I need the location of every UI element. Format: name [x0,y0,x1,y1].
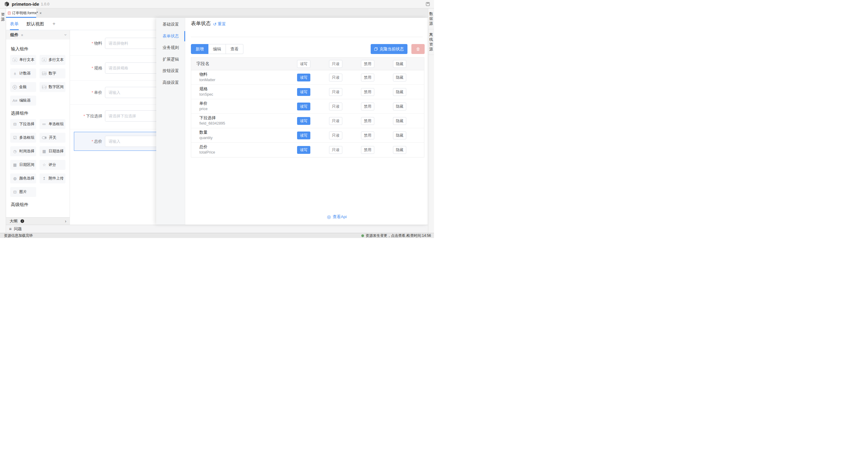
state-option-禁用-quantity[interactable]: 禁用 [361,131,374,139]
state-option-禁用-price[interactable]: 禁用 [361,102,374,110]
add-view-button[interactable]: + [53,21,56,27]
app-title: primeton-ide [12,1,39,7]
state-option-隐藏-totalPrice[interactable]: 隐藏 [393,146,406,154]
state-option-只读-field_68342895[interactable]: 只读 [329,117,342,125]
file-tab-title: 订单明细.formx* [12,10,38,16]
component-item-color-picker[interactable]: ◍颜色选择 [10,174,36,183]
problems-label: 问题 [14,226,22,232]
component-item-time-picker[interactable]: ◷时间选择 [10,146,36,156]
canvas-field-input-2[interactable] [105,62,156,73]
component-item-number[interactable]: 123数字 [39,68,65,79]
component-item-currency[interactable]: ¥金额 [10,82,36,92]
close-tab-icon[interactable]: × [39,11,42,16]
component-item-label: 颜色选择 [19,176,34,181]
component-section-title: 选择组件 [11,110,65,116]
right-strip-item[interactable]: 数据源 [428,8,434,29]
state-option-只读-totalPrice[interactable]: 只读 [329,146,342,154]
ide-window: primeton-ide 1.0.0 资源 数据源离线资源 订单明细.formx… [0,0,434,238]
state-option-隐藏-price[interactable]: 隐藏 [393,102,406,110]
component-item-rate[interactable]: ☆评分 [39,160,65,170]
problems-bar[interactable]: ≡ 问题 [6,225,428,233]
component-item-label: 图片 [19,189,27,195]
state-option-读写-tonMatter[interactable]: 读写 [297,73,310,82]
time-picker-icon: ◷ [13,149,17,153]
clone-current-state-button[interactable]: 克隆当前状态 [371,44,407,54]
status-message: 资源信息加载完毕 [4,233,33,238]
resource-change-notice[interactable]: 资源发生变更，点击查看,检查时间:14:56 [361,233,431,238]
clone-icon [374,47,378,51]
reset-button[interactable]: ↺ 重置 [213,22,226,27]
date-picker-icon: ▦ [42,149,46,153]
canvas-field-input-5[interactable] [105,136,156,147]
component-item-image[interactable]: ⊡图片 [10,187,36,197]
component-item-date-range[interactable]: ▦日期区间 [10,160,36,170]
state-option-隐藏-tonSpec[interactable]: 隐藏 [393,88,406,96]
component-item-single-line-text[interactable]: A单行文本 [10,55,36,65]
state-option-只读-tonSpec[interactable]: 只读 [329,88,342,96]
state-option-读写-field_68342895[interactable]: 读写 [297,117,310,125]
save-icon[interactable] [425,1,430,7]
state-option-读写-quantity[interactable]: 读写 [297,131,310,139]
drawer-nav-item-按钮设置[interactable]: 按钮设置 [156,68,185,73]
component-item-checkbox-group[interactable]: ☑多选框组 [10,133,36,143]
state-option-只读-quantity[interactable]: 只读 [329,131,342,139]
field-name-header: 字段名 [196,61,210,67]
state-option-只读-tonMatter[interactable]: 只读 [329,73,342,82]
component-item-label: 数字区间 [49,85,64,90]
header-state-option-读写[interactable]: 读写 [297,60,310,68]
state-option-隐藏-tonMatter[interactable]: 隐藏 [393,73,406,82]
view-api-link[interactable]: ◎ 查看Api [327,214,347,219]
number-range-icon: 1~3 [42,85,46,89]
state-option-隐藏-quantity[interactable]: 隐藏 [393,131,406,139]
header-state-option-禁用[interactable]: 禁用 [361,60,374,68]
component-item-date-picker[interactable]: ▦日期选择 [39,146,65,156]
component-item-dropdown-select[interactable]: ⊟下拉选择 [10,119,36,129]
right-strip-item[interactable]: 离线资源 [428,29,434,55]
state-option-读写-totalPrice[interactable]: 读写 [297,146,310,154]
state-option-读写-price[interactable]: 读写 [297,102,310,110]
state-option-只读-price[interactable]: 只读 [329,102,342,110]
canvas-field-input-1[interactable] [105,38,156,49]
component-item-radio-group[interactable]: ≔单选框组 [39,119,65,129]
header-state-option-隐藏[interactable]: 隐藏 [393,60,406,68]
component-item-counter[interactable]: ±计数器 [10,68,36,79]
drawer-nav-item-业务规则[interactable]: 业务规则 [156,45,185,50]
state-option-禁用-tonSpec[interactable]: 禁用 [361,88,374,96]
scrollbar-track[interactable] [427,18,427,225]
component-item-multi-line-text[interactable]: A多行文本 [39,55,65,65]
drawer-nav-item-表单状态[interactable]: 表单状态 [156,33,185,39]
field-name: 物料 [199,72,208,77]
field-code: tonMatter [199,78,215,82]
state-option-禁用-tonMatter[interactable]: 禁用 [361,73,374,82]
file-tab[interactable]: 订单明细.formx* × [6,8,36,18]
canvas-field-input-4[interactable] [105,110,156,122]
component-item-upload[interactable]: ↥附件上传 [39,174,65,183]
drawer-nav-item-高级设置[interactable]: 高级设置 [156,80,185,85]
component-item-editor[interactable]: A≡编辑器 [10,96,36,106]
delete-state-button[interactable] [411,44,425,54]
panel-menu-icon[interactable]: ≡ [21,33,23,37]
state-option-禁用-field_68342895[interactable]: 禁用 [361,117,374,125]
drawer-nav-item-扩展逻辑[interactable]: 扩展逻辑 [156,57,185,62]
component-item-label: 金额 [19,85,27,90]
header-state-option-只读[interactable]: 只读 [329,60,342,68]
mode-tab-新增[interactable]: 新增 [191,44,208,54]
state-option-读写-tonSpec[interactable]: 读写 [297,88,310,96]
mode-tab-编辑[interactable]: 编辑 [208,44,226,54]
state-option-禁用-totalPrice[interactable]: 禁用 [361,146,374,154]
outline-bar[interactable]: 大纲 i › [6,217,70,225]
canvas-field-input-3[interactable] [105,87,156,98]
table-row-quantity: 数量quantity读写只读禁用隐藏 [191,128,424,143]
mode-tab-查看[interactable]: 查看 [226,44,243,54]
drawer-nav-item-基础设置[interactable]: 基础设置 [156,22,185,27]
view-tab-表单[interactable]: 表单 [10,18,19,30]
field-state-table: 字段名读写只读禁用隐藏物料tonMatter读写只读禁用隐藏规格tonSpec读… [191,57,424,157]
chevron-down-icon[interactable]: › [63,34,68,36]
state-option-隐藏-field_68342895[interactable]: 隐藏 [393,117,406,125]
resources-strip-item[interactable]: 资源 [0,8,6,25]
component-item-number-range[interactable]: 1~3数字区间 [39,82,65,92]
view-tab-默认视图[interactable]: 默认视图 [27,18,44,30]
component-item-switch[interactable]: 开关 [39,133,65,143]
right-activity-strip: 数据源离线资源 [428,8,434,233]
component-grid: ⊟下拉选择≔单选框组☑多选框组开关◷时间选择▦日期选择▦日期区间☆评分◍颜色选择… [10,119,65,197]
